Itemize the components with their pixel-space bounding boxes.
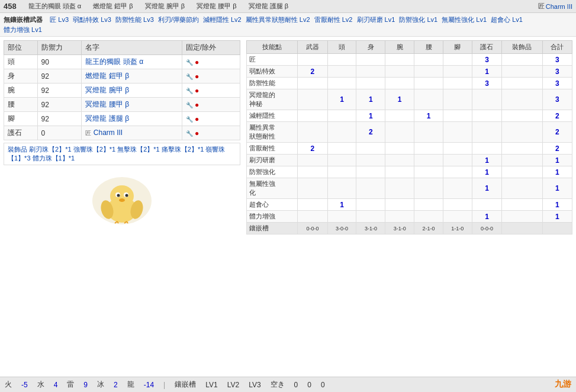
deco-value[interactable]: 刷刃珠【2】*1 強響珠【2】*1 無擊珠【2】*1 痛擊珠【2】*1 嶺響珠【… — [8, 146, 225, 162]
remove-body[interactable]: ● — [195, 72, 199, 81]
dragon-value: -14 — [144, 381, 154, 389]
skill-5[interactable]: 屬性異常狀態耐性 Lv2 — [246, 16, 310, 23]
skill-10[interactable]: 超會心 Lv1 — [491, 16, 523, 23]
skill-value-cell — [385, 143, 414, 155]
skill-value-cell — [414, 211, 443, 223]
skill-value-cell: 2-1-0 — [414, 223, 443, 234]
equip-link-waist[interactable]: 冥燈龍 腰甲 β — [85, 100, 129, 108]
skill-row: 匠33 — [247, 54, 572, 66]
skill-value-cell — [502, 110, 542, 122]
skill-value-cell — [298, 122, 327, 143]
remove-charm[interactable]: ● — [195, 129, 199, 137]
skill-3[interactable]: 利刃/彈藥節約 — [158, 16, 199, 23]
skill-name-cell: 刷刃研磨 — [247, 155, 298, 166]
skill-row: 鑲嵌槽0-0-03-0-03-1-03-1-02-1-01-1-00-0-0 — [247, 223, 572, 234]
equip-link-head[interactable]: 龍王的獨眼 頭盔 α — [85, 57, 143, 66]
skill-value-cell — [298, 211, 327, 223]
body-item[interactable]: 燃燈龍 鎧甲 β — [93, 2, 133, 11]
leg-item[interactable]: 冥燈龍 護腿 β — [249, 2, 288, 11]
skill-value-cell — [298, 89, 327, 110]
remove-arm[interactable]: ● — [195, 86, 199, 95]
skill-value-cell: 3-1-0 — [356, 223, 385, 234]
col-leg: 腳 — [443, 41, 472, 54]
elemental-stats: 火 -5 水 4 雷 9 冰 2 龍 -14 | 鑲嵌槽 LV1 LV2 LV3… — [5, 380, 325, 390]
lv2-label: LV2 — [227, 381, 239, 389]
skill-value-cell: 1 — [542, 166, 572, 178]
fix-icon-head[interactable]: 🔧 — [186, 59, 193, 66]
skill-value-cell — [414, 143, 443, 155]
skill-1[interactable]: 弱點特效 Lv3 — [73, 16, 111, 23]
col-charm: 護石 — [472, 41, 501, 54]
fix-icon-arm[interactable]: 🔧 — [186, 88, 193, 94]
skill-value-cell — [385, 178, 414, 199]
water-value: 4 — [54, 381, 58, 389]
skill-row: 刷刃研磨11 — [247, 155, 572, 166]
skill-name-cell: 無屬性強 化 — [247, 178, 298, 199]
arm-item[interactable]: 冥燈龍 腕甲 β — [145, 2, 185, 11]
skill-value-cell: 3-1-0 — [385, 223, 414, 234]
skill-value-cell — [356, 211, 385, 223]
fix-icon-waist[interactable]: 🔧 — [186, 102, 193, 108]
fix-icon-charm[interactable]: 🔧 — [186, 130, 193, 137]
skill-value-cell: 2 — [542, 122, 572, 143]
remove-leg[interactable]: ● — [195, 115, 199, 123]
lv3-value: 0 — [321, 381, 325, 389]
charm-item[interactable]: 匠 Charm III — [538, 2, 572, 11]
skill-value-cell — [414, 122, 443, 143]
col-weapon: 武器 — [298, 41, 327, 54]
head-item[interactable]: 龍王的獨眼 頭盔 α — [28, 2, 81, 11]
skill-value-cell — [502, 166, 542, 178]
skill-value-cell — [443, 178, 472, 199]
fix-icon-body[interactable]: 🔧 — [186, 73, 193, 80]
skill-name-cell: 鑲嵌槽 — [247, 223, 298, 234]
skill-value-cell — [502, 66, 542, 78]
skill-value-cell — [327, 143, 356, 155]
skill-6[interactable]: 雷厭耐性 Lv2 — [314, 16, 353, 23]
equip-link-body[interactable]: 燃燈龍 鎧甲 β — [85, 72, 129, 80]
skill-value-cell — [327, 166, 356, 178]
remove-head[interactable]: ● — [195, 58, 199, 66]
skill-value-cell — [502, 89, 542, 110]
skill-name-cell: 冥燈龍的 神秘 — [247, 89, 298, 110]
skill-value-cell — [472, 89, 501, 110]
skill-name-cell: 弱點特效 — [247, 66, 298, 78]
equip-link-arm[interactable]: 冥燈龍 腕甲 β — [85, 86, 129, 94]
skill-row: 弱點特效213 — [247, 66, 572, 78]
svg-point-5 — [126, 194, 128, 197]
equip-link-leg[interactable]: 冥燈龍 護腿 β — [85, 114, 129, 123]
skill-4[interactable]: 減輕隱性 Lv2 — [203, 16, 242, 23]
col-arm: 腕 — [385, 41, 414, 54]
waist-item[interactable]: 冥燈龍 腰甲 β — [197, 2, 236, 11]
col-defense: 防禦力 — [37, 41, 82, 55]
skill-value-cell — [472, 143, 501, 155]
skill-value-cell — [298, 178, 327, 199]
col-name: 名字 — [82, 41, 182, 55]
skill-value-cell: 3-0-0 — [327, 223, 356, 234]
skill-prefix[interactable]: 匠 Lv3 — [50, 16, 69, 23]
table-row: 腰 92 冥燈龍 腰甲 β 🔧 ● — [4, 98, 240, 112]
equip-link-charm[interactable]: Charm III — [94, 128, 123, 137]
table-row: 腕 92 冥燈龍 腕甲 β 🔧 ● — [4, 83, 240, 98]
skill-7[interactable]: 刷刃研磨 Lv1 — [357, 16, 395, 23]
skill-row: 屬性異常 狀態耐性22 — [247, 122, 572, 143]
skill-9[interactable]: 無屬性強化 Lv1 — [442, 16, 487, 23]
part-leg: 腳 — [4, 112, 38, 126]
skill-value-cell — [385, 211, 414, 223]
skill-value-cell — [298, 166, 327, 178]
skill-value-cell: 1 — [472, 155, 501, 166]
skill-2[interactable]: 防禦性能 Lv3 — [115, 16, 154, 23]
skill-row: 防禦強化11 — [247, 166, 572, 178]
skill-11[interactable]: 體力增強 Lv1 — [4, 26, 42, 33]
svg-point-1 — [110, 185, 134, 207]
skill-value-cell — [356, 78, 385, 89]
defense-leg: 92 — [37, 112, 82, 126]
skill-value-cell: 1 — [327, 199, 356, 211]
skill-value-cell: 3 — [542, 54, 572, 66]
skill-value-cell — [502, 54, 542, 66]
skill-8[interactable]: 防禦強化 Lv1 — [399, 16, 437, 23]
skill-name-cell: 匠 — [247, 54, 298, 66]
skill-name-cell: 防禦性能 — [247, 78, 298, 89]
fix-icon-leg[interactable]: 🔧 — [186, 116, 193, 123]
remove-waist[interactable]: ● — [195, 101, 199, 109]
separator: | — [163, 381, 165, 389]
